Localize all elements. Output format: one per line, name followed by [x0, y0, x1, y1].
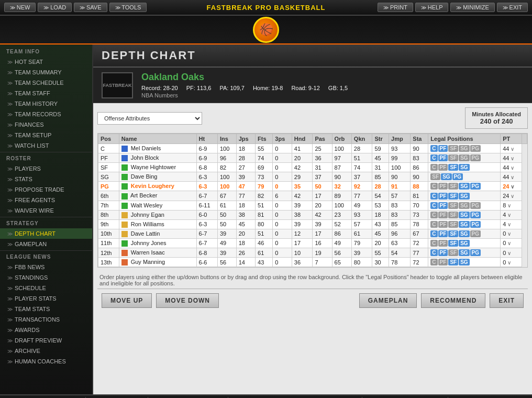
depth-chart-table-wrapper[interactable]: Pos Name Ht Ins Jps Fts 3ps Hnd Pas Orb [97, 133, 528, 268]
sidebar-item-propose-trade[interactable]: PROPOSE TRADE [0, 184, 92, 195]
pos-badge-C[interactable]: C [430, 183, 437, 190]
pos-badge-PF[interactable]: PF [438, 240, 448, 247]
pos-badge-SG[interactable]: SG [459, 240, 469, 247]
pt-arrow[interactable]: ∨ [507, 212, 511, 218]
pos-badge-SF[interactable]: SF [430, 173, 440, 180]
pos-badge-C[interactable]: C [430, 230, 437, 237]
pos-badge-PF[interactable]: PF [438, 145, 448, 152]
pos-badge-PF[interactable]: PF [438, 154, 448, 161]
pos-badge-C[interactable]: C [430, 259, 437, 266]
pos-badge-SG[interactable]: SG [459, 193, 469, 200]
sidebar-item-team-setup[interactable]: TEAM SETUP [0, 130, 92, 140]
pt-arrow[interactable]: ∨ [511, 174, 514, 180]
table-row[interactable]: 6th Art Becker 6-7 67 77 82 6 42 17 89 7… [98, 191, 527, 201]
pos-badge-PG[interactable]: PG [452, 173, 463, 180]
cell-legal[interactable]: CPFSFSG [428, 238, 501, 248]
pos-badge-SG[interactable]: SG [459, 202, 469, 209]
sidebar-item-stats[interactable]: STATS [0, 174, 92, 184]
table-row[interactable]: 13th Guy Manning 6-6 56 14 43 0 36 7 65 … [98, 258, 527, 267]
tools-button[interactable]: TOOLS [109, 3, 147, 12]
pos-badge-PG[interactable]: PG [470, 202, 481, 209]
save-button[interactable]: SAVE [74, 3, 107, 12]
sidebar-item-draft-preview[interactable]: DRAFT PREVIEW [0, 335, 92, 346]
sidebar-item-team-history[interactable]: TEAM HISTORY [0, 98, 92, 109]
pos-badge-SF[interactable]: SF [448, 183, 458, 190]
sidebar-item-fbb-news[interactable]: FBB NEWS [0, 262, 92, 272]
cell-legal[interactable]: CPFSFSGPG [428, 248, 501, 258]
pt-arrow[interactable]: ∨ [507, 240, 511, 246]
pos-badge-PG[interactable]: PG [470, 183, 481, 190]
pos-badge-PF[interactable]: PF [438, 230, 448, 237]
table-row[interactable]: C Mel Daniels 6-9 100 18 55 0 41 25 100 … [98, 144, 527, 153]
pos-badge-SG[interactable]: SG [459, 212, 469, 218]
sidebar-item-depth-chart[interactable]: DEPTH CHART [0, 228, 92, 239]
pos-badge-SG[interactable]: SG [459, 183, 469, 190]
sidebar-item-team-schedule[interactable]: TEAM SCHEDULE [0, 78, 92, 88]
sidebar-item-hot-seat[interactable]: HOT SEAT [0, 57, 92, 67]
pt-arrow[interactable]: ∨ [507, 250, 511, 256]
cell-legal[interactable]: CPFSFSGPG [428, 182, 501, 191]
pos-badge-SG[interactable]: SG [459, 259, 469, 266]
sidebar-item-schedule[interactable]: SCHEDULE [0, 283, 92, 293]
pos-badge-SG[interactable]: SG [441, 173, 451, 180]
cell-legal[interactable]: CPFSFSG [428, 258, 501, 267]
cell-legal[interactable]: CPFSFSGPG [428, 144, 501, 153]
sidebar-item-team-staff[interactable]: TEAM STAFF [0, 88, 92, 98]
pos-badge-SG[interactable]: SG [459, 164, 469, 171]
pt-arrow[interactable]: ∨ [511, 156, 514, 161]
new-button[interactable]: NEW [4, 3, 36, 12]
pos-badge-PF[interactable]: PF [438, 221, 448, 228]
sidebar-item-players[interactable]: PLAYERS [0, 163, 92, 174]
sidebar-item-team-stats[interactable]: TEAM STATS [0, 304, 92, 314]
recommend-button[interactable]: RECOMMEND [421, 293, 485, 308]
sidebar-item-archive[interactable]: ARCHIVE [0, 346, 92, 356]
cell-legal[interactable]: CPFSFSGPG [428, 201, 501, 210]
sidebar-item-free-agents[interactable]: FREE AGENTS [0, 195, 92, 205]
cell-legal[interactable]: SFSGPG [428, 172, 501, 182]
nba-numbers[interactable]: NBA Numbers [141, 92, 524, 98]
table-row[interactable]: 12th Warren Isaac 6-8 39 26 61 0 10 19 5… [98, 248, 527, 258]
print-button[interactable]: PRINT [378, 3, 413, 12]
exit-button-dc[interactable]: EXIT [490, 293, 524, 308]
cell-legal[interactable]: CPFSFSGPG [428, 229, 501, 238]
pt-arrow[interactable]: ∨ [507, 260, 511, 266]
pos-badge-SF[interactable]: SF [448, 202, 458, 209]
table-row[interactable]: SG Dave Bing 6-3 100 39 73 0 29 37 90 37… [98, 172, 527, 182]
sidebar-item-watch-list[interactable]: WATCH LIST [0, 140, 92, 151]
sidebar-item-team-summary[interactable]: TEAM SUMMARY [0, 67, 92, 78]
sidebar-item-human-coaches[interactable]: HUMAN COACHES [0, 356, 92, 367]
table-row[interactable]: 7th Walt Wesley 6-11 61 18 51 0 39 20 10… [98, 201, 527, 210]
pos-badge-PF[interactable]: PF [438, 164, 448, 171]
pos-badge-PG[interactable]: PG [470, 154, 481, 161]
pos-badge-PF[interactable]: PF [438, 193, 448, 200]
pos-badge-PG[interactable]: PG [470, 249, 481, 256]
pos-badge-SG[interactable]: SG [459, 221, 469, 228]
sidebar-item-awards[interactable]: AWARDS [0, 325, 92, 335]
pos-badge-SF[interactable]: SF [448, 259, 458, 266]
attribute-dropdown[interactable]: Offense Attributes [97, 112, 202, 125]
pt-arrow[interactable]: ∨ [511, 184, 514, 190]
pos-badge-PF[interactable]: PF [438, 259, 448, 266]
table-row[interactable]: 9th Ron Williams 6-3 50 45 80 0 39 39 52… [98, 219, 527, 229]
pos-badge-C[interactable]: C [430, 249, 437, 256]
pos-badge-SG[interactable]: SG [459, 249, 469, 256]
pos-badge-PG[interactable]: PG [470, 212, 481, 218]
pos-badge-PF[interactable]: PF [438, 202, 448, 209]
load-button[interactable]: LOAD [38, 3, 72, 12]
pt-arrow[interactable]: ∨ [511, 193, 514, 199]
pos-badge-SF[interactable]: SF [448, 164, 458, 171]
move-down-button[interactable]: MOVE DOWN [156, 293, 219, 308]
table-row[interactable]: PF John Block 6-9 96 28 74 0 20 36 97 51… [98, 153, 527, 163]
pos-badge-SF[interactable]: SF [448, 145, 458, 152]
table-row[interactable]: SF Wayne Hightower 6-8 82 27 69 0 42 31 … [98, 163, 527, 172]
pos-badge-SF[interactable]: SF [448, 249, 458, 256]
pos-badge-SF[interactable]: SF [448, 230, 458, 237]
pos-badge-PF[interactable]: PF [438, 212, 448, 218]
pos-badge-C[interactable]: C [430, 221, 437, 228]
pos-badge-PF[interactable]: PF [438, 249, 448, 256]
sidebar-item-gameplan[interactable]: GAMEPLAN [0, 239, 92, 249]
pos-badge-SF[interactable]: SF [448, 154, 458, 161]
table-row[interactable]: 11th Johnny Jones 6-7 49 18 46 0 17 16 4… [98, 238, 527, 248]
sidebar-item-transactions[interactable]: TRANSACTIONS [0, 314, 92, 325]
pos-badge-PF[interactable]: PF [438, 183, 448, 190]
